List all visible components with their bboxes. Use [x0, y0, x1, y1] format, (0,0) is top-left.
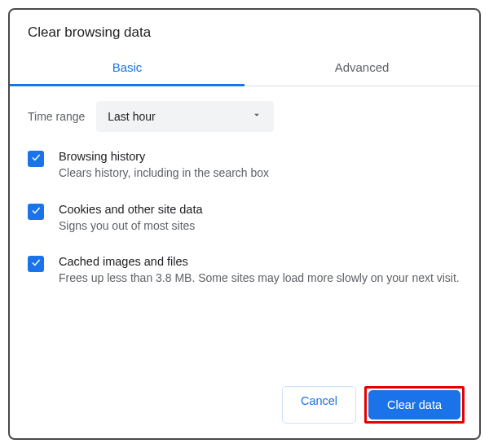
checkbox-cache[interactable]	[28, 256, 44, 272]
checkbox-browsing-history[interactable]	[28, 151, 44, 167]
option-text: Cookies and other site data Signs you ou…	[59, 203, 461, 235]
option-cache: Cached images and files Frees up less th…	[28, 255, 461, 287]
option-text: Cached images and files Frees up less th…	[59, 255, 461, 287]
dialog-body: Time range Last hour Browsing history Cl…	[10, 86, 479, 375]
cancel-button[interactable]: Cancel	[282, 386, 356, 424]
chevron-down-icon	[251, 109, 262, 124]
dialog-title: Clear browsing data	[10, 10, 479, 51]
clear-data-button[interactable]: Clear data	[368, 390, 460, 419]
check-icon	[30, 204, 42, 219]
check-icon	[30, 257, 42, 271]
dialog-footer: Cancel Clear data	[10, 375, 479, 438]
time-range-row: Time range Last hour	[28, 101, 461, 132]
time-range-value: Last hour	[108, 110, 155, 123]
option-desc: Clears history, including in the search …	[59, 165, 461, 182]
option-title: Cookies and other site data	[59, 203, 461, 216]
option-desc: Frees up less than 3.8 MB. Some sites ma…	[59, 270, 461, 287]
option-text: Browsing history Clears history, includi…	[59, 150, 461, 182]
option-browsing-history: Browsing history Clears history, includi…	[28, 150, 461, 182]
time-range-select[interactable]: Last hour	[96, 101, 274, 132]
tab-advanced[interactable]: Advanced	[244, 51, 479, 86]
tabs: Basic Advanced	[10, 51, 479, 86]
option-cookies: Cookies and other site data Signs you ou…	[28, 203, 461, 235]
option-desc: Signs you out of most sites	[59, 218, 461, 235]
time-range-label: Time range	[28, 110, 85, 123]
option-title: Browsing history	[59, 150, 461, 163]
checkbox-cookies[interactable]	[28, 204, 44, 220]
tab-basic[interactable]: Basic	[10, 51, 244, 86]
check-icon	[30, 152, 42, 166]
clear-browsing-data-dialog: Clear browsing data Basic Advanced Time …	[8, 8, 481, 440]
option-title: Cached images and files	[59, 255, 461, 268]
instruction-highlight: Clear data	[364, 386, 465, 424]
